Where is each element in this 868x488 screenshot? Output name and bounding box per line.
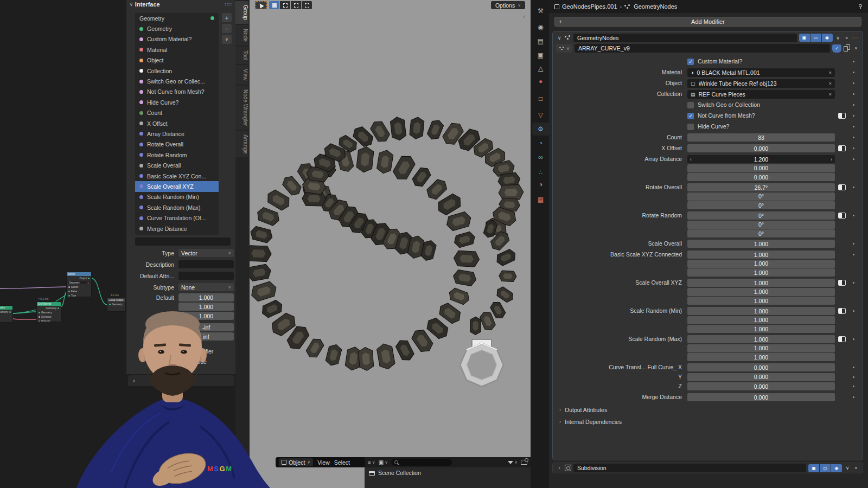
number-field[interactable]: 1.000 xyxy=(687,353,835,361)
animate-property-dot[interactable] xyxy=(853,72,854,73)
geometry-output-socket[interactable] xyxy=(58,307,59,309)
animate-property-dot[interactable] xyxy=(853,338,854,340)
interface-socket-rotate-random[interactable]: Rotate Random xyxy=(135,150,219,160)
expand-modifier-icon[interactable]: › xyxy=(556,465,563,471)
checkbox[interactable] xyxy=(687,124,694,130)
pin-icon[interactable] xyxy=(858,4,863,9)
number-field[interactable]: 0° xyxy=(687,229,835,237)
number-field[interactable]: 0° xyxy=(687,211,835,220)
interface-socket-array-distance[interactable]: Array Distance xyxy=(135,129,219,139)
drag-dots-icon[interactable]: ∷∷ xyxy=(852,35,859,41)
properties-tab-world[interactable]: ● xyxy=(532,75,549,88)
animate-property-dot[interactable] xyxy=(853,115,854,117)
geometry-socket[interactable] xyxy=(9,311,11,313)
viewport-3d[interactable]: Options ∨ ‹ xyxy=(250,0,531,488)
edit-mode-toggle[interactable]: ▣ xyxy=(808,464,819,472)
animate-property-dot[interactable] xyxy=(853,310,854,312)
output-socket[interactable] xyxy=(88,278,90,279)
number-field[interactable]: 1.000 xyxy=(687,307,835,315)
modifier-name-field[interactable]: GeometryNodes xyxy=(573,34,797,42)
interface-socket-object[interactable]: Object xyxy=(135,55,219,66)
interface-panel-header[interactable]: ∨ Interface ∷∷ xyxy=(126,0,235,9)
properties-tab-object-data[interactable]: ▽ xyxy=(532,108,549,121)
interface-socket-x-offset[interactable]: X Offset xyxy=(135,118,219,129)
interface-socket-basic-scale-xyz-con[interactable]: Basic Scale XYZ Con... xyxy=(135,171,219,181)
number-field[interactable]: 0.000 xyxy=(687,164,835,172)
interface-socket-switch-geo-or-collec[interactable]: Switch Geo or Collec... xyxy=(135,76,219,86)
delete-modifier-button[interactable]: × xyxy=(853,465,859,471)
animate-property-dot[interactable] xyxy=(853,215,854,216)
interface-socket-scale-random-max[interactable]: Scale Random (Max) xyxy=(135,202,219,213)
select-mode-extend[interactable] xyxy=(280,1,290,9)
checkbox-label[interactable]: Switch Geo or Collection xyxy=(698,101,760,109)
max-field[interactable]: inf xyxy=(178,332,234,341)
number-field[interactable]: 1.000 xyxy=(687,335,835,343)
interface-socket-geometry[interactable]: Geometry xyxy=(135,13,219,23)
select-mode-set[interactable] xyxy=(269,1,279,9)
checkbox[interactable]: ✓ xyxy=(687,113,694,119)
interface-socket-merge-distance[interactable]: Merge Distance xyxy=(135,223,219,234)
animate-property-dot[interactable] xyxy=(853,61,854,62)
unlink-node-group-button[interactable]: × xyxy=(853,46,859,51)
active-tool-button[interactable] xyxy=(255,1,267,9)
select-mode-subtract[interactable] xyxy=(291,1,301,9)
selection-input-socket[interactable] xyxy=(39,316,40,318)
interface-socket-rotate-overall[interactable]: Rotate Overall xyxy=(135,139,219,150)
edit-mode-toggle[interactable]: ▣ xyxy=(799,34,810,42)
sidebar-tab-arrange[interactable]: Arrange xyxy=(235,131,248,158)
modifier-name-field[interactable]: Subdivision xyxy=(573,464,806,472)
interface-socket-scale-overall-xyz[interactable]: Scale Overall XYZ xyxy=(135,181,219,191)
number-field[interactable]: 1.000 xyxy=(687,297,835,305)
animate-property-dot[interactable] xyxy=(853,282,854,284)
node-set-material[interactable]: Set Material Geometry Geometry Selection… xyxy=(36,301,61,322)
node-partial-left[interactable]: Geometry Geometry xyxy=(0,305,13,323)
checkbox[interactable]: ✓ xyxy=(687,59,694,65)
filter-dropdown[interactable]: ∨ xyxy=(508,460,518,465)
unlink-icon[interactable]: × xyxy=(829,81,832,86)
input-attribute-toggle-icon[interactable] xyxy=(838,280,846,286)
animate-property-dot[interactable] xyxy=(853,147,854,149)
collapsed-panel-header[interactable]: ∨ xyxy=(128,375,234,386)
interface-socket-material[interactable]: Material xyxy=(135,44,219,55)
properties-tab-modifiers-active[interactable]: ⚙ xyxy=(532,123,549,136)
delete-modifier-button[interactable]: × xyxy=(844,35,850,41)
sidebar-tab-node-wrangler[interactable]: Node Wrangler xyxy=(235,86,248,130)
number-field[interactable]: 0.000 xyxy=(687,373,835,381)
type-dropdown[interactable]: Vector∨ xyxy=(178,249,234,257)
interface-socket-list[interactable]: GeometryGeometryCustom Material?Material… xyxy=(135,13,219,235)
remove-socket-button[interactable]: − xyxy=(222,24,232,33)
render-display-toggle[interactable]: ◉ xyxy=(831,464,842,472)
interface-socket-count[interactable]: Count xyxy=(135,108,219,118)
properties-tab-constraints[interactable]: ∞ xyxy=(532,151,549,164)
input-attribute-toggle-icon[interactable] xyxy=(838,308,846,314)
number-field[interactable]: 0° xyxy=(687,201,835,209)
toggle-label-fragment[interactable]: Modifier xyxy=(193,348,213,355)
node-group-name-field[interactable]: ARRAY_CURVE_v9 xyxy=(575,44,830,53)
stepper-left-icon[interactable]: ‹ xyxy=(690,157,692,162)
interface-socket-collection[interactable]: Collection xyxy=(135,66,219,76)
min-field[interactable]: -inf xyxy=(178,323,234,331)
socket-name-field[interactable] xyxy=(135,237,231,246)
add-modifier-button[interactable]: + Add Modifier xyxy=(554,17,861,27)
select-menu[interactable]: Select xyxy=(334,459,350,466)
expand-modifier-icon[interactable]: ∨ xyxy=(556,35,563,41)
interface-socket-geometry[interactable]: Geometry xyxy=(135,23,219,34)
animate-property-dot[interactable] xyxy=(853,243,854,245)
number-field[interactable]: 1.000 xyxy=(687,240,835,248)
realtime-display-toggle[interactable]: ▭ xyxy=(820,464,831,472)
toggle-label-fragment[interactable]: lue xyxy=(189,338,196,344)
animate-property-dot[interactable] xyxy=(853,367,854,368)
checkbox-label[interactable]: Not Curve from Mesh? xyxy=(698,112,755,120)
unlink-icon[interactable]: × xyxy=(829,70,832,75)
options-button[interactable]: Options ∨ xyxy=(491,1,525,9)
number-field[interactable]: 1.000 xyxy=(687,288,835,296)
input-attribute-toggle-icon[interactable] xyxy=(838,184,846,190)
subdivision-modifier-header[interactable]: › Subdivision ▣▭◉ ∨ × xyxy=(552,463,863,473)
subtype-dropdown[interactable]: None∨ xyxy=(178,283,234,291)
description-field[interactable] xyxy=(178,260,234,268)
properties-tab-texture[interactable]: ▦ xyxy=(532,193,549,206)
animate-property-dot[interactable] xyxy=(853,126,854,127)
interface-socket-custom-material[interactable]: Custom Material? xyxy=(135,34,219,44)
node-group-browse-button[interactable]: ∨ xyxy=(556,44,572,53)
number-field[interactable]: 83 xyxy=(687,133,835,142)
